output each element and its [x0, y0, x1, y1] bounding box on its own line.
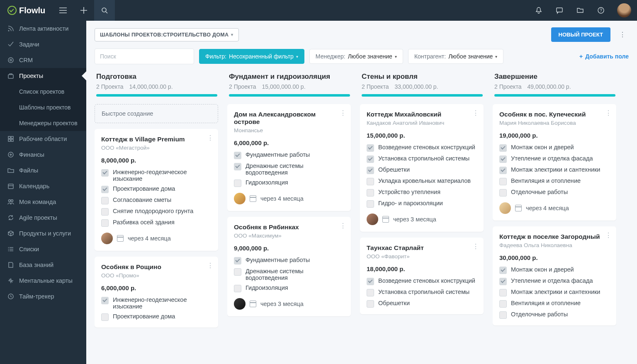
checkbox-icon[interactable]	[499, 155, 507, 163]
quick-add-button[interactable]	[73, 0, 94, 21]
chat-button[interactable]	[549, 0, 570, 21]
sidebar-item-7[interactable]: Календарь	[0, 178, 86, 194]
checkbox-icon[interactable]	[499, 178, 507, 185]
card-task[interactable]: Утепление и отделка фасада	[499, 155, 610, 163]
notifications-button[interactable]	[528, 0, 549, 21]
project-card[interactable]: ⋮Особняк в пос. КупеческийМария Николаев…	[493, 104, 616, 221]
project-card[interactable]: ⋮Коттедж в Village PremiumООО «Мегастрой…	[95, 129, 218, 251]
checkbox-icon[interactable]	[101, 297, 109, 304]
card-menu-button[interactable]: ⋮	[340, 109, 347, 117]
sidebar-item-13[interactable]: Ментальные карты	[0, 273, 86, 289]
checkbox-icon[interactable]	[499, 144, 507, 152]
card-task[interactable]: Гидроизоляция	[234, 179, 344, 187]
card-task[interactable]: Монтаж электрики и сантехники	[499, 289, 610, 296]
card-task[interactable]: Обрешетки	[367, 300, 477, 308]
checkbox-icon[interactable]	[499, 300, 507, 308]
checkbox-icon[interactable]	[499, 311, 507, 319]
card-menu-button[interactable]: ⋮	[472, 109, 479, 117]
sidebar-item-12[interactable]: База знаний	[0, 257, 86, 273]
sidebar-item-8[interactable]: Моя команда	[0, 194, 86, 210]
template-chip[interactable]: ШАБЛОНЫ ПРОЕКТОВ:СТРОИТЕЛЬСТВО ДОМА ▾	[95, 28, 239, 41]
checkbox-icon[interactable]	[367, 167, 374, 174]
checkbox-icon[interactable]	[101, 219, 109, 227]
checkbox-icon[interactable]	[499, 278, 507, 285]
sidebar-item-0[interactable]: Лента активности	[0, 21, 86, 36]
card-task[interactable]: Установка стропильной системы	[367, 289, 477, 296]
sidebar-item-5[interactable]: Финансы	[0, 147, 86, 163]
project-card[interactable]: ⋮Дом на Александровском островеМонпансье…	[227, 104, 351, 211]
checkbox-icon[interactable]	[499, 167, 507, 174]
user-avatar[interactable]	[617, 3, 631, 17]
project-card[interactable]: ⋮Коттедж МихайловскийКандаков Анатолий И…	[360, 104, 484, 232]
filter-pill[interactable]: Фильтр: Несохраненный фильтр ▾	[199, 49, 304, 64]
assignee-avatar[interactable]	[367, 214, 378, 225]
documents-button[interactable]	[570, 0, 591, 21]
checkbox-icon[interactable]	[101, 186, 109, 193]
sidebar-item-2[interactable]: CRM	[0, 52, 86, 68]
card-task[interactable]: Возведение стеновых конструкций	[367, 277, 477, 285]
checkbox-icon[interactable]	[101, 208, 109, 216]
card-menu-button[interactable]: ⋮	[207, 134, 214, 142]
help-button[interactable]: ?	[591, 0, 611, 21]
checkbox-icon[interactable]	[101, 197, 109, 204]
card-task[interactable]: Вентиляция и отопление	[499, 300, 610, 308]
project-card[interactable]: ⋮Таунхас СтарлайтООО «Фаворит»18,000,000…	[360, 238, 484, 314]
card-menu-button[interactable]: ⋮	[207, 262, 214, 269]
card-task[interactable]: Отделочные работы	[499, 311, 610, 319]
project-card[interactable]: ⋮Коттедж в поселке ЗагородныйФадеева Оль…	[493, 226, 616, 325]
sidebar-item-11[interactable]: Списки	[0, 241, 86, 257]
card-menu-button[interactable]: ⋮	[340, 222, 347, 230]
brand-logo[interactable]: Flowlu	[0, 0, 53, 21]
card-task[interactable]: Инженерно-геодезическое изыскание	[101, 169, 212, 182]
checkbox-icon[interactable]	[234, 268, 241, 276]
checkbox-icon[interactable]	[367, 144, 374, 152]
sidebar-item-14[interactable]: Тайм-трекер	[0, 289, 86, 304]
card-task[interactable]: Согласование сметы	[101, 197, 212, 204]
card-task[interactable]: Проектирование дома	[101, 185, 212, 193]
checkbox-icon[interactable]	[234, 163, 241, 170]
add-field-button[interactable]: + Добавить поле	[579, 53, 629, 60]
sidebar-item-9[interactable]: Agile проекты	[0, 210, 86, 226]
card-task[interactable]: Установка стропильной системы	[367, 155, 477, 163]
project-card[interactable]: ⋮Особняк в РябинкахООО «Максимум»9,000,0…	[227, 217, 351, 316]
sidebar-subitem-0[interactable]: Список проектов	[0, 84, 86, 99]
card-task[interactable]: Вентиляция и отопление	[499, 177, 610, 185]
sidebar-item-6[interactable]: Файлы	[0, 163, 86, 178]
assignee-avatar[interactable]	[234, 298, 246, 310]
card-task[interactable]: Гидроизоляция	[234, 284, 344, 292]
checkbox-icon[interactable]	[367, 200, 374, 208]
checkbox-icon[interactable]	[234, 152, 241, 159]
quick-create-button[interactable]: Быстрое создание	[95, 104, 218, 123]
sidebar-subitem-2[interactable]: Менеджеры проектов	[0, 115, 86, 131]
checkbox-icon[interactable]	[367, 155, 374, 163]
menu-toggle-button[interactable]	[53, 0, 73, 21]
checkbox-icon[interactable]	[234, 180, 241, 187]
card-task[interactable]: Укладка кровельных материалов	[367, 177, 477, 185]
card-task[interactable]: Монтаж окон и дверей	[499, 144, 610, 152]
card-task[interactable]: Фундаментные работы	[234, 151, 344, 159]
card-task[interactable]: Устройство утепления	[367, 189, 477, 197]
card-task[interactable]: Разбивка осей здания	[101, 219, 212, 227]
new-project-button[interactable]: НОВЫЙ ПРОЕКТ	[551, 27, 610, 42]
card-task[interactable]: Дренажные системы водоотведения	[234, 163, 344, 176]
manager-pill[interactable]: Менеджер: Любое значение ▾	[309, 49, 403, 64]
card-menu-button[interactable]: ⋮	[472, 243, 479, 250]
checkbox-icon[interactable]	[499, 289, 507, 296]
card-task[interactable]: Снятие плодородного грунта	[101, 208, 212, 216]
assignee-avatar[interactable]	[499, 202, 511, 214]
sidebar-item-3[interactable]: Проекты	[0, 68, 86, 84]
checkbox-icon[interactable]	[499, 189, 507, 197]
sidebar-item-1[interactable]: Задачи	[0, 36, 86, 52]
checkbox-icon[interactable]	[499, 267, 507, 274]
page-more-button[interactable]: ⋮	[616, 29, 629, 41]
contragent-pill[interactable]: Контрагент: Любое значение ▾	[408, 49, 504, 64]
card-task[interactable]: Монтаж окон и дверей	[499, 266, 610, 274]
checkbox-icon[interactable]	[101, 313, 109, 321]
checkbox-icon[interactable]	[234, 257, 241, 265]
checkbox-icon[interactable]	[367, 289, 374, 296]
card-task[interactable]: Утепление и отделка фасада	[499, 277, 610, 285]
search-input[interactable]	[95, 49, 194, 64]
checkbox-icon[interactable]	[367, 189, 374, 197]
checkbox-icon[interactable]	[101, 169, 109, 177]
card-task[interactable]: Проектирование дома	[101, 313, 212, 321]
